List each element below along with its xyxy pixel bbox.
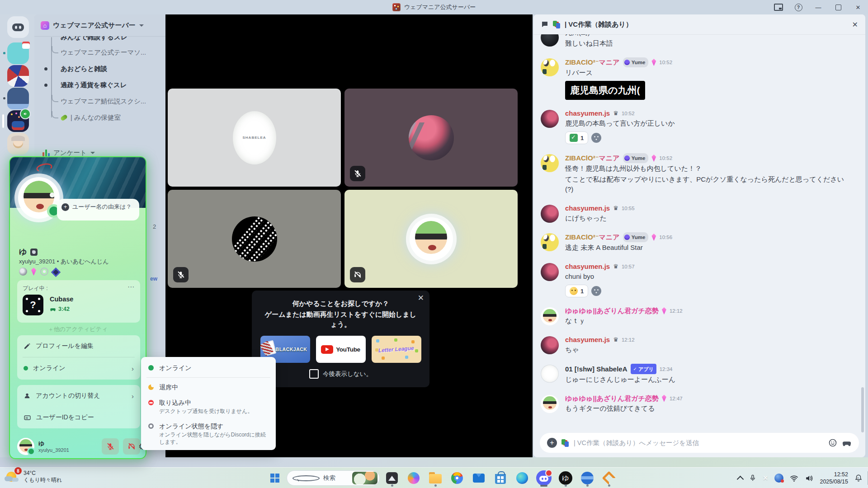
taskbar-icon-edge[interactable]: [513, 469, 532, 488]
maximize-button[interactable]: [828, 0, 848, 14]
badge-gem: [651, 234, 656, 241]
user-avatar[interactable]: [17, 438, 34, 455]
avatar[interactable]: [541, 365, 559, 383]
switch-account-button[interactable]: アカウントの切り替え ›: [17, 385, 140, 407]
tray-expand-icon[interactable]: [737, 475, 744, 483]
taskbar-icon-chrome[interactable]: [448, 469, 467, 488]
activity-menu-dots[interactable]: ...: [127, 281, 135, 289]
help-button[interactable]: ?: [788, 0, 808, 14]
chat-scrollbar[interactable]: [861, 387, 864, 432]
avatar[interactable]: [541, 395, 559, 413]
status-option-online[interactable]: オンライン: [141, 360, 276, 375]
taskbar-icon-photos[interactable]: [382, 469, 401, 488]
avatar[interactable]: [541, 233, 559, 251]
chat-message: chasyumen.js♛10:55にげちゃった: [541, 204, 847, 224]
status-option-dnd[interactable]: 取り込み中デスクトップ通知を受け取りません。: [141, 395, 276, 418]
status-option-invisible[interactable]: オンライン状態を隠すオンライン状態を隠しながらDiscordに接続します。: [141, 418, 276, 449]
home-button[interactable]: [7, 16, 29, 38]
avatar[interactable]: [541, 154, 559, 172]
message-input[interactable]: | VC作業（雑談あり）へメッセージを送信: [574, 439, 824, 447]
taskbar-clock[interactable]: 12:52 2025/08/15: [820, 471, 848, 485]
channel-item[interactable]: ウェブマニア公式テーマソ...: [34, 44, 165, 61]
notification-bell-icon[interactable]: z: [854, 474, 863, 482]
video-tile-pink-girl[interactable]: [344, 89, 518, 187]
avatar[interactable]: [541, 263, 559, 281]
add-reaction-button[interactable]: [591, 133, 601, 143]
close-window-button[interactable]: ✕: [848, 0, 868, 14]
gift-game-icon[interactable]: [842, 438, 852, 448]
avatar[interactable]: [541, 33, 559, 47]
attach-plus-icon[interactable]: +: [547, 438, 557, 448]
activity-tile-youtube[interactable]: YouTube: [316, 336, 366, 363]
taskbar-search[interactable]: 検索: [287, 470, 380, 486]
minimize-button[interactable]: —: [808, 0, 828, 14]
badge-gem: [651, 155, 656, 162]
channel-item[interactable]: 過疎う通貨を稼ぐスレ: [34, 77, 165, 93]
video-tile-dotted[interactable]: [168, 190, 341, 288]
server-icon-artwork[interactable]: [7, 65, 29, 87]
activity-tile-letter-league[interactable]: Letter League: [372, 336, 421, 363]
taskbar-icon-copilot[interactable]: [404, 469, 423, 488]
taskbar-icon-explorer[interactable]: [426, 469, 445, 488]
status-selector-button[interactable]: オンライン ›: [17, 357, 140, 379]
profile-prompt-bubble[interactable]: + ユーザー名の由来は？: [57, 199, 139, 221]
quest-badge-icon[interactable]: [19, 267, 27, 276]
server-icon-anime-girl[interactable]: [7, 133, 29, 155]
start-button[interactable]: [266, 469, 284, 487]
help-icon: ?: [795, 4, 802, 11]
image-attachment[interactable]: 鹿児島県の九州(: [565, 81, 645, 100]
taskbar-icon-discord[interactable]: [534, 469, 553, 488]
server-header[interactable]: ⌂ ウェブマニア公式サーバー: [34, 14, 165, 36]
tray-sphere-icon[interactable]: [774, 474, 783, 483]
activity-prompt-dialog: ✕ 何かやることをお探しですか？ ゲームまたは動画再生リストをすぐに開始しましょ…: [252, 291, 429, 387]
status-option-label: 退席中: [159, 383, 178, 391]
status-option-idle[interactable]: 退席中: [141, 380, 276, 395]
picture-in-picture-button[interactable]: [769, 0, 788, 14]
youtube-play-icon: [321, 345, 333, 354]
server-icon-current[interactable]: [7, 110, 29, 132]
channel-emoji-icon: [553, 21, 561, 28]
taskbar-icon-yu-app[interactable]: ゆ: [556, 469, 575, 488]
close-chat-icon[interactable]: ✕: [852, 20, 858, 29]
video-tile-boy[interactable]: [344, 190, 518, 288]
edit-profile-button[interactable]: プロフィールを編集: [17, 335, 140, 357]
dont-show-again-row: 今後表示しない。: [252, 369, 429, 379]
timestamp: 12:47: [670, 394, 683, 403]
tray-x-icon[interactable]: ✕: [763, 474, 769, 482]
close-icon[interactable]: ✕: [418, 293, 424, 303]
nitro-gem-badge-icon[interactable]: [31, 267, 36, 276]
server-icon-news[interactable]: [7, 88, 29, 109]
reaction-pill[interactable]: 1: [565, 285, 588, 297]
taskbar-icon-orange-app[interactable]: [599, 469, 618, 488]
server-icon-event[interactable]: [7, 42, 29, 64]
copy-user-id-button[interactable]: ID ユーザーIDをコピー: [17, 407, 140, 428]
taskbar-icon-mail[interactable]: [469, 469, 488, 488]
wifi-icon[interactable]: [790, 474, 798, 483]
channel-item[interactable]: あおどらと雑談: [34, 61, 165, 77]
profile-avatar[interactable]: [18, 177, 60, 219]
mute-button[interactable]: [102, 438, 119, 455]
channel-item[interactable]: ウ​ェブマニア鯖伝説スクシ...: [34, 93, 165, 109]
dont-show-again-checkbox[interactable]: [309, 369, 319, 379]
reaction-pill[interactable]: 1: [565, 131, 588, 144]
diamond-badge-icon[interactable]: [51, 267, 61, 277]
avatar[interactable]: [541, 205, 559, 223]
chevron-right-icon: ›: [132, 392, 134, 400]
tray-mic-icon[interactable]: [749, 474, 756, 482]
channel-item[interactable]: | みんなの保健室: [34, 109, 165, 126]
server-name: ウェブマニア公式サーバー: [53, 21, 136, 30]
video-tile-shabelea[interactable]: SHABELEA: [168, 89, 341, 187]
avatar[interactable]: [541, 307, 559, 325]
emoji-picker-icon[interactable]: [828, 438, 837, 447]
add-reaction-button[interactable]: [591, 286, 601, 296]
channel-item[interactable]: みんなで雑談するスレ: [34, 36, 165, 44]
taskbar-icon-store[interactable]: [491, 469, 510, 488]
volume-icon[interactable]: [805, 474, 813, 483]
avatar[interactable]: [541, 336, 559, 354]
avatar[interactable]: [541, 110, 559, 128]
chat-message: 01 [!shw] ShabeleA✓アプリ12:34じゅーにじさんじゅーよーん…: [541, 364, 847, 385]
taskbar-weather-widget[interactable]: 8 34°C くもり時々晴れ: [5, 469, 62, 484]
wreath-badge-icon[interactable]: [40, 267, 48, 276]
avatar[interactable]: [541, 58, 559, 76]
taskbar-icon-blue-app[interactable]: [578, 469, 597, 488]
